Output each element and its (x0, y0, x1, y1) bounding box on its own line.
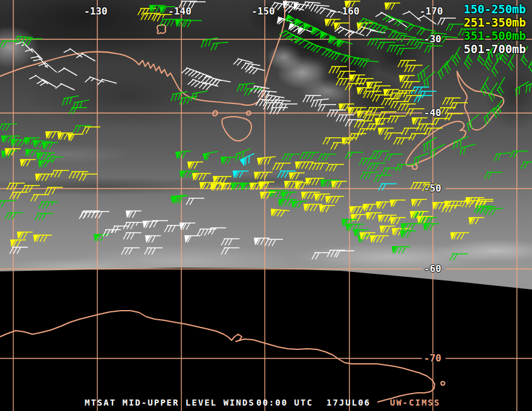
wind-barb (318, 154, 336, 161)
wind-barb (20, 160, 36, 167)
wind-barb (35, 174, 54, 181)
wind-barb (68, 134, 83, 141)
nz-north-island-coastline (457, 71, 504, 130)
wind-barb (428, 144, 447, 158)
wind-barb (388, 116, 406, 123)
wind-barb (257, 157, 276, 166)
wind-barb (403, 9, 421, 26)
lon-label: -170 (420, 6, 443, 17)
wind-barb (10, 247, 28, 254)
wind-barb (122, 248, 140, 254)
wind-barb (527, 54, 532, 73)
salt-lake-outline (157, 25, 166, 33)
wind-barb (450, 254, 468, 261)
lon-label: -150 (251, 6, 275, 17)
wind-barb (336, 251, 354, 257)
wind-barb (164, 225, 183, 232)
wind-barb (458, 144, 478, 155)
wind-barb (221, 157, 236, 164)
wind-barb (360, 60, 378, 69)
wind-barb (384, 3, 400, 10)
wind-barb (170, 91, 189, 101)
wind-barb (29, 74, 48, 89)
wind-barb (221, 248, 239, 254)
caption-bar: MTSAT MID-UPPER LEVEL WINDS 00:00 UTC 17… (0, 398, 532, 410)
wind-barb (451, 137, 470, 149)
lon-label: -130 (84, 6, 108, 17)
wind-barb (79, 174, 97, 181)
wind-barb (42, 143, 58, 150)
wind-barb (10, 240, 26, 247)
wind-barb (398, 60, 416, 67)
wind-barb (378, 184, 397, 190)
legend-item-501-700: 501-700mb (464, 42, 526, 56)
wind-barb (76, 52, 95, 67)
valid-time: 00:00 UTC (256, 398, 313, 407)
wind-barb (400, 231, 416, 238)
coastlines (0, 0, 504, 402)
wind-barb (322, 49, 341, 60)
wind-barb (181, 67, 201, 80)
wind-barb (368, 163, 386, 170)
wind-barb (210, 42, 229, 51)
wind-barb (485, 209, 503, 215)
wind-barb (39, 202, 58, 209)
wind-barb (0, 124, 17, 131)
lon-label: -140 (168, 6, 192, 17)
satellite-wind-map: -130-140-150-160-170-30-40-50-60-70 150-… (0, 0, 532, 411)
wind-barb (126, 211, 141, 218)
wind-barb (180, 223, 195, 230)
wind-barb (303, 42, 323, 54)
wind-barb (5, 213, 23, 219)
wind-barb (424, 46, 443, 53)
wind-barb (493, 153, 512, 161)
wind-barb (397, 48, 415, 55)
wind-barb (445, 114, 463, 120)
wind-barb (302, 2, 320, 10)
wind-barb (415, 65, 433, 82)
wind-barb (37, 78, 56, 93)
wind-barb (221, 239, 239, 245)
wind-barb (316, 7, 336, 18)
wind-barb (175, 20, 191, 27)
wind-barb (250, 183, 268, 190)
wind-barb (138, 8, 156, 15)
wind-barb (250, 85, 269, 95)
wind-barb (411, 199, 427, 207)
wind-barbs (0, 1, 532, 261)
legend-item-251-350: 251-350mb (464, 16, 526, 29)
wind-barb (10, 192, 28, 199)
wind-barb (91, 212, 109, 218)
valid-date: 17JUL06 (326, 398, 371, 407)
lat-label: -40 (424, 108, 441, 118)
credit-label: UW-CIMSS (390, 398, 440, 407)
wind-barb (260, 192, 276, 199)
wind-barb (484, 172, 502, 179)
wind-barb (38, 161, 54, 168)
wind-barb (273, 163, 291, 170)
wind-barb (85, 76, 104, 89)
wind-barb (71, 100, 90, 109)
lon-label: -160 (336, 6, 360, 17)
wind-barb (5, 149, 21, 156)
wind-barb (281, 192, 297, 199)
wind-barb (186, 198, 204, 205)
wind-barb (392, 247, 410, 254)
wind-barb (145, 236, 161, 243)
wind-barb (404, 65, 423, 72)
wind-barb (203, 151, 219, 161)
wind-barb (97, 79, 117, 89)
wind-barb (390, 200, 406, 207)
wind-barb (58, 66, 77, 82)
wind-barb (25, 47, 42, 64)
wind-barb (69, 172, 88, 178)
wind-barb (212, 79, 230, 88)
wind-barb (33, 140, 52, 149)
wind-barb (412, 153, 431, 166)
wind-barb (282, 154, 300, 161)
wind-barb (300, 152, 319, 159)
antarctic-islet (441, 381, 444, 385)
wind-barb (265, 239, 283, 246)
tasmania-coastline (222, 117, 251, 141)
map-overlay (0, 0, 532, 411)
